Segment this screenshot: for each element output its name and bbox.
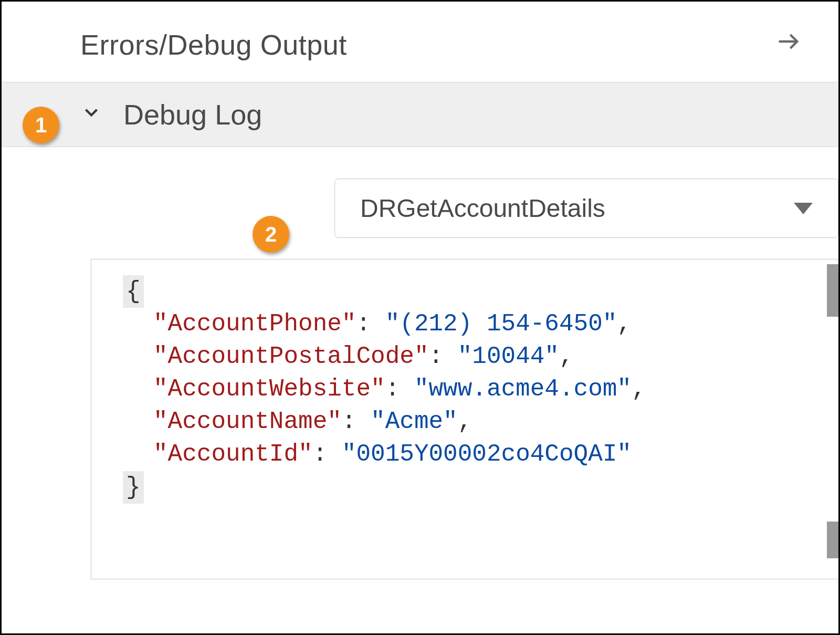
scrollbar-thumb[interactable]: [827, 264, 840, 317]
caret-down-icon: [794, 203, 813, 214]
callout-number: 2: [265, 223, 277, 246]
json-key: "AccountName": [153, 408, 342, 435]
json-entry: "AccountPostalCode": "10044",: [123, 340, 812, 373]
json-value: "10044": [458, 343, 559, 370]
json-key: "AccountPhone": [153, 310, 356, 338]
chevron-down-icon: [80, 101, 102, 128]
json-key: "AccountId": [153, 441, 313, 468]
callout-badge-1: 1: [23, 107, 59, 143]
debug-source-dropdown[interactable]: DRGetAccountDetails: [334, 179, 838, 238]
json-entry: "AccountPhone": "(212) 154-6450",: [123, 308, 812, 340]
json-value: "Acme": [371, 408, 458, 435]
code-container: { "AccountPhone": "(212) 154-6450", "Acc…: [91, 259, 838, 579]
scrollbar-thumb[interactable]: [827, 522, 840, 558]
dropdown-selected-label: DRGetAccountDetails: [360, 194, 605, 223]
json-value: "www.acme4.com": [414, 376, 632, 403]
callout-number: 1: [35, 113, 47, 137]
callout-badge-2: 2: [253, 216, 289, 253]
json-key: "AccountWebsite": [153, 376, 385, 403]
close-brace: }: [123, 471, 144, 504]
dropdown-row: DRGetAccountDetails: [2, 147, 838, 259]
json-key: "AccountPostalCode": [153, 343, 429, 370]
json-entry: "AccountId": "0015Y00002co4CoQAI": [123, 438, 812, 471]
section-title: Debug Log: [123, 98, 262, 131]
panel-title: Errors/Debug Output: [80, 28, 347, 61]
collapse-right-icon[interactable]: [769, 23, 807, 66]
scrollbar[interactable]: [825, 259, 840, 579]
json-value: "0015Y00002co4CoQAI": [342, 441, 632, 468]
json-value: "(212) 154-6450": [385, 310, 617, 338]
open-brace: {: [123, 275, 144, 308]
panel-header: Errors/Debug Output: [2, 2, 838, 82]
json-output[interactable]: { "AccountPhone": "(212) 154-6450", "Acc…: [91, 259, 838, 579]
json-entry: "AccountName": "Acme",: [123, 405, 812, 438]
debug-log-section-header[interactable]: Debug Log: [2, 82, 838, 147]
json-entry: "AccountWebsite": "www.acme4.com",: [123, 373, 812, 405]
debug-panel-frame: 1 2 Errors/Debug Output Debug Log DRGetA…: [0, 0, 840, 635]
code-frame: { "AccountPhone": "(212) 154-6450", "Acc…: [91, 259, 838, 579]
